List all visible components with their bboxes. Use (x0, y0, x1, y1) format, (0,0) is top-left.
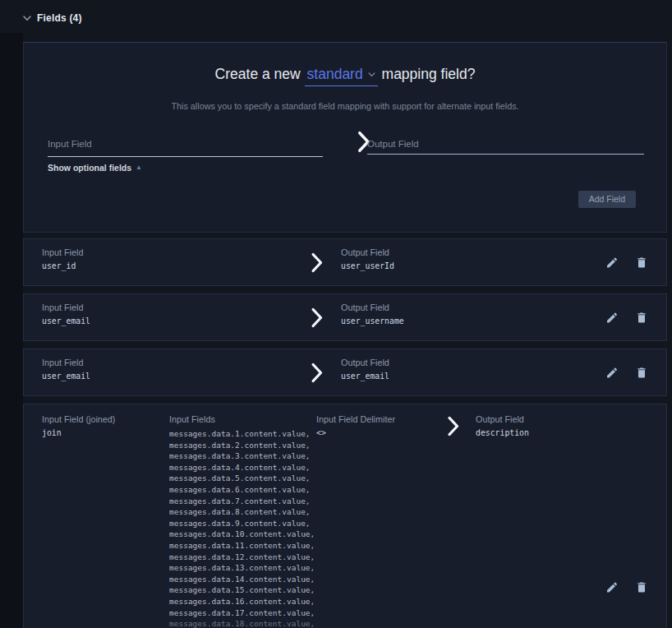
triangle-up-icon: ▲ (136, 164, 142, 171)
row-input-value: user_id (42, 261, 83, 270)
input-fields-item: messages.data.10.content.value, (169, 529, 319, 540)
trash-icon[interactable] (635, 311, 648, 325)
chevron-right-icon (311, 362, 323, 383)
chevron-down-icon (23, 16, 31, 21)
row-output-label: Output Field (341, 247, 394, 257)
row-delimiter-column: Input Field Delimiter <> (316, 414, 395, 437)
row-output-label: Output Field (476, 414, 529, 424)
row-input-column: Input Field user_email (42, 358, 90, 381)
input-fields-item: messages.data.17.content.value, (169, 607, 319, 619)
pencil-icon[interactable] (605, 311, 619, 325)
row-output-value: user_username (341, 316, 404, 326)
row-delimiter-label: Input Field Delimiter (316, 414, 395, 424)
fields-section-title: Fields (4) (37, 12, 82, 24)
row-input-label: Input Field (joined) (42, 414, 115, 424)
row-output-label: Output Field (341, 358, 389, 367)
row-input-value: user_email (42, 372, 90, 381)
row-input-value: user_email (42, 316, 90, 326)
row-output-value: user_email (341, 372, 389, 381)
fields-section-toggle[interactable]: Fields (4) (23, 12, 82, 24)
output-field-input[interactable] (367, 139, 644, 155)
row-input-fields-label: Input Fields (169, 414, 319, 424)
chevron-right-icon (447, 416, 459, 436)
pencil-icon[interactable] (605, 366, 619, 380)
create-field-title: Create a new standard mapping field? (24, 64, 666, 83)
row-input-value: join (42, 428, 115, 437)
row-input-column: Input Field (joined) join (42, 414, 115, 437)
row-output-column: Output Field user_userId (341, 247, 394, 270)
chevron-down-icon (368, 64, 375, 81)
row-input-fields-column: Input Fields messages.data.1.content.val… (169, 414, 319, 628)
row-output-column: Output Field user_username (341, 302, 404, 326)
chevron-right-icon (311, 252, 323, 273)
input-fields-item: messages.data.5.content.value, (169, 473, 319, 484)
input-fields-item: messages.data.2.content.value, (169, 440, 319, 451)
chevron-right-icon (311, 307, 323, 328)
pencil-icon[interactable] (605, 580, 619, 594)
trash-icon[interactable] (635, 580, 648, 594)
create-field-panel: Create a new standard mapping field? Thi… (23, 42, 667, 233)
trash-icon[interactable] (635, 366, 648, 380)
row-output-value: description (476, 428, 529, 437)
input-fields-item: messages.data.7.content.value, (169, 496, 319, 507)
input-fields-item: messages.data.4.content.value, (169, 462, 319, 473)
title-suffix: mapping field? (382, 66, 476, 82)
add-field-button[interactable]: Add Field (578, 191, 636, 208)
create-field-subtitle: This allows you to specify a standard fi… (24, 101, 666, 111)
input-field-input[interactable] (48, 139, 323, 157)
show-optional-label: Show optional fields (48, 163, 131, 173)
mapping-row-joined: Input Field (joined) join Input Fields m… (23, 404, 667, 628)
input-fields-item: messages.data.6.content.value, (169, 484, 319, 496)
input-fields-item: messages.data.3.content.value, (169, 450, 319, 462)
input-fields-item: messages.data.13.content.value, (169, 562, 319, 574)
row-input-column: Input Field user_email (42, 302, 90, 326)
input-fields-item: messages.data.12.content.value, (169, 552, 319, 563)
input-fields-item: messages.data.14.content.value, (169, 574, 319, 585)
input-field-group (48, 139, 323, 157)
row-input-column: Input Field user_id (42, 247, 83, 270)
input-fields-item: messages.data.11.content.value, (169, 540, 319, 552)
mapping-row: Input Field user_id Output Field user_us… (23, 238, 667, 286)
input-fields-item: messages.data.16.content.value, (169, 596, 319, 607)
field-type-value: standard (307, 66, 363, 82)
row-output-column: Output Field description (476, 414, 529, 437)
row-output-column: Output Field user_email (341, 358, 389, 381)
output-field-group (367, 139, 644, 155)
input-fields-item: messages.data.8.content.value, (169, 506, 319, 518)
show-optional-fields-toggle[interactable]: Show optional fields ▲ (48, 163, 142, 173)
input-fields-list: messages.data.1.content.value,messages.d… (169, 428, 319, 628)
mapping-row: Input Field user_email Output Field user… (23, 349, 667, 396)
trash-icon[interactable] (635, 256, 648, 270)
row-delimiter-value: <> (316, 428, 395, 437)
pencil-icon[interactable] (605, 256, 619, 270)
row-input-label: Input Field (42, 302, 90, 312)
input-fields-item: messages.data.1.content.value, (169, 428, 319, 440)
input-fields-item: messages.data.9.content.value, (169, 518, 319, 529)
input-fields-item: messages.data.18.content.value, (169, 618, 319, 628)
left-margin (0, 33, 23, 628)
field-type-dropdown[interactable]: standard (305, 66, 378, 86)
row-output-value: user_userId (341, 261, 394, 270)
title-prefix: Create a new (215, 66, 301, 82)
row-input-label: Input Field (42, 358, 90, 367)
fields-mapping-page: Fields (4) Create a new standard mapping… (0, 0, 672, 628)
row-output-label: Output Field (341, 302, 404, 312)
row-input-label: Input Field (42, 247, 83, 257)
input-fields-item: messages.data.15.content.value, (169, 584, 319, 596)
mapping-row: Input Field user_email Output Field user… (23, 293, 667, 341)
